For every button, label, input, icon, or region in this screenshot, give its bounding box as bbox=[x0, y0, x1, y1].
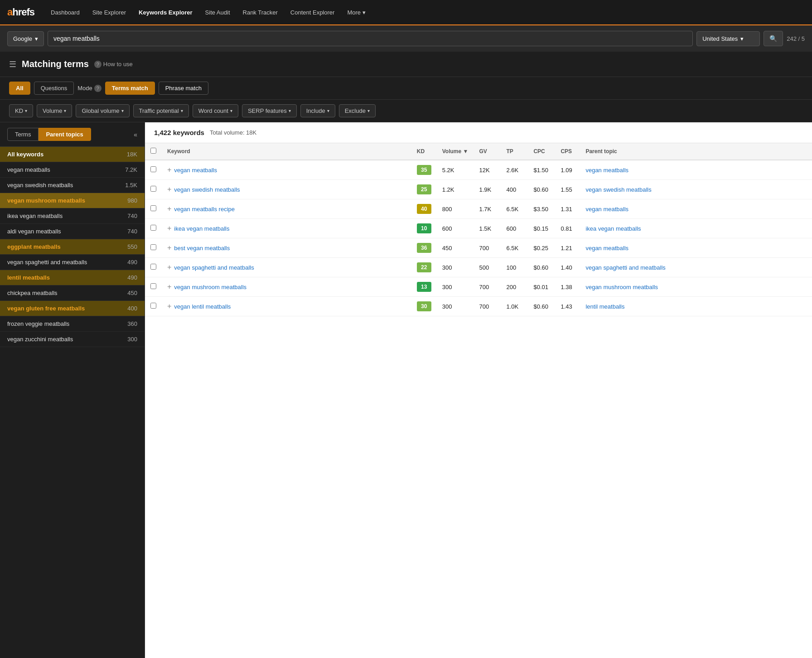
parent-topic-link[interactable]: vegan swedish meatballs bbox=[585, 186, 651, 193]
sidebar-item-eggplant-meatballs[interactable]: eggplant meatballs 550 bbox=[0, 239, 145, 255]
sidebar-item-vegan-spaghetti[interactable]: vegan spaghetti and meatballs 490 bbox=[0, 255, 145, 270]
filter-kd[interactable]: KD ▾ bbox=[9, 104, 33, 117]
how-to-use-link[interactable]: ? How to use bbox=[94, 61, 133, 68]
sidebar-item-frozen-veggie[interactable]: frozen veggie meatballs 360 bbox=[0, 316, 145, 332]
filter-exclude[interactable]: Exclude ▾ bbox=[339, 104, 376, 117]
col-header-gv[interactable]: GV bbox=[474, 143, 501, 160]
chevron-down-icon: ▾ bbox=[25, 108, 27, 113]
nav-dashboard[interactable]: Dashboard bbox=[45, 5, 85, 19]
parent-topic-link[interactable]: vegan meatballs bbox=[585, 167, 628, 174]
parent-topic-link[interactable]: vegan spaghetti and meatballs bbox=[585, 264, 665, 271]
add-keyword-button[interactable]: + bbox=[167, 283, 171, 291]
sidebar-item-count: 740 bbox=[127, 213, 137, 219]
logo[interactable]: ahrefs bbox=[7, 6, 34, 18]
add-keyword-button[interactable]: + bbox=[167, 263, 171, 271]
row-checkbox-7[interactable] bbox=[150, 303, 156, 309]
select-all-checkbox[interactable] bbox=[150, 148, 156, 154]
sidebar-item-lentil-meatballs[interactable]: lentil meatballs 490 bbox=[0, 270, 145, 285]
add-keyword-button[interactable]: + bbox=[167, 224, 171, 232]
col-header-volume[interactable]: Volume ▼ bbox=[437, 143, 474, 160]
col-header-tp[interactable]: TP bbox=[501, 143, 528, 160]
sidebar-item-vegan-zucchini[interactable]: vegan zucchini meatballs 300 bbox=[0, 332, 145, 347]
chevron-down-icon: ▾ bbox=[740, 35, 744, 42]
add-keyword-button[interactable]: + bbox=[167, 166, 171, 174]
parent-topic-link[interactable]: lentil meatballs bbox=[585, 303, 624, 310]
keyword-link[interactable]: vegan swedish meatballs bbox=[174, 186, 240, 193]
sidebar-item-aldi-vegan-meatballs[interactable]: aldi vegan meatballs 740 bbox=[0, 224, 145, 239]
add-keyword-button[interactable]: + bbox=[167, 302, 171, 310]
keywords-count: 1,422 keywords bbox=[154, 129, 204, 136]
country-select[interactable]: United States ▾ bbox=[696, 31, 760, 46]
row-parent-topic-cell: lentil meatballs bbox=[580, 297, 812, 316]
parent-topic-link[interactable]: vegan meatballs bbox=[585, 206, 628, 213]
parent-topic-link[interactable]: ikea vegan meatballs bbox=[585, 225, 641, 232]
sidebar-collapse-button[interactable]: « bbox=[134, 131, 137, 138]
row-checkbox-4[interactable] bbox=[150, 244, 156, 250]
add-keyword-button[interactable]: + bbox=[167, 205, 171, 213]
sidebar-item-label: vegan zucchini meatballs bbox=[7, 336, 73, 343]
search-input[interactable] bbox=[48, 31, 693, 46]
sidebar-item-vegan-gluten-free[interactable]: vegan gluten free meatballs 400 bbox=[0, 301, 145, 316]
row-checkbox-cell bbox=[145, 297, 162, 316]
filter-word-count[interactable]: Word count ▾ bbox=[193, 104, 238, 117]
row-checkbox-2[interactable] bbox=[150, 205, 156, 211]
chevron-down-icon: ▾ bbox=[327, 108, 329, 113]
row-checkbox-1[interactable] bbox=[150, 186, 156, 192]
filter-include[interactable]: Include ▾ bbox=[300, 104, 335, 117]
menu-icon[interactable]: ☰ bbox=[9, 59, 16, 69]
row-checkbox-0[interactable] bbox=[150, 166, 156, 172]
sidebar-item-ikea-vegan-meatballs[interactable]: ikea vegan meatballs 740 bbox=[0, 208, 145, 224]
tab-questions[interactable]: Questions bbox=[34, 82, 74, 95]
table-row: + vegan swedish meatballs 25 1.2K 1.9K 4… bbox=[145, 180, 812, 199]
filter-traffic-potential[interactable]: Traffic potential ▾ bbox=[133, 104, 189, 117]
keyword-link[interactable]: vegan meatballs bbox=[174, 167, 217, 174]
tab-terms-match[interactable]: Terms match bbox=[105, 82, 155, 95]
sidebar-item-label: vegan spaghetti and meatballs bbox=[7, 259, 87, 266]
tab-phrase-match[interactable]: Phrase match bbox=[159, 82, 208, 95]
sidebar-item-vegan-meatballs[interactable]: vegan meatballs 7.2K bbox=[0, 162, 145, 178]
keyword-link[interactable]: vegan spaghetti and meatballs bbox=[174, 264, 254, 271]
row-gv-cell: 1.7K bbox=[474, 199, 501, 219]
row-checkbox-3[interactable] bbox=[150, 225, 156, 231]
sidebar-item-vegan-swedish-meatballs[interactable]: vegan swedish meatballs 1.5K bbox=[0, 178, 145, 193]
sidebar-item-vegan-mushroom-meatballs[interactable]: vegan mushroom meatballs 980 bbox=[0, 193, 145, 208]
nav-site-audit[interactable]: Site Audit bbox=[200, 5, 236, 19]
row-volume-cell: 5.2K bbox=[437, 160, 474, 180]
parent-topic-link[interactable]: vegan meatballs bbox=[585, 245, 628, 252]
sidebar-item-label: chickpea meatballs bbox=[7, 290, 58, 296]
col-header-kd[interactable]: KD bbox=[411, 143, 437, 160]
sidebar-tab-parent-topics[interactable]: Parent topics bbox=[39, 128, 91, 141]
filter-serp-features[interactable]: SERP features ▾ bbox=[242, 104, 297, 117]
table-header-row: Keyword KD Volume ▼ GV TP CPC CPS Parent… bbox=[145, 143, 812, 160]
col-header-parent-topic[interactable]: Parent topic bbox=[580, 143, 812, 160]
add-keyword-button[interactable]: + bbox=[167, 185, 171, 194]
results-count: 242 / 5 bbox=[787, 35, 805, 42]
search-engine-select[interactable]: Google ▾ bbox=[7, 31, 44, 46]
sidebar-item-label: eggplant meatballs bbox=[7, 243, 61, 250]
keyword-link[interactable]: vegan lentil meatballs bbox=[174, 303, 231, 310]
nav-content-explorer[interactable]: Content Explorer bbox=[285, 5, 340, 19]
col-header-cps[interactable]: CPS bbox=[555, 143, 580, 160]
keyword-link[interactable]: ikea vegan meatballs bbox=[174, 225, 229, 232]
nav-more[interactable]: More ▾ bbox=[342, 5, 371, 19]
sidebar-item-chickpea-meatballs[interactable]: chickpea meatballs 450 bbox=[0, 285, 145, 301]
keyword-link[interactable]: best vegan meatballs bbox=[174, 245, 230, 252]
search-button[interactable]: 🔍 bbox=[764, 31, 783, 46]
row-checkbox-6[interactable] bbox=[150, 283, 156, 289]
keyword-link[interactable]: vegan mushroom meatballs bbox=[174, 284, 246, 290]
filter-global-volume[interactable]: Global volume ▾ bbox=[76, 104, 129, 117]
row-volume-cell: 300 bbox=[437, 297, 474, 316]
sidebar-item-all-keywords[interactable]: All keywords 18K bbox=[0, 147, 145, 162]
nav-links: Dashboard Site Explorer Keywords Explore… bbox=[45, 5, 371, 19]
col-header-cpc[interactable]: CPC bbox=[528, 143, 555, 160]
keyword-link[interactable]: vegan meatballs recipe bbox=[174, 206, 235, 213]
tab-all[interactable]: All bbox=[9, 82, 30, 95]
add-keyword-button[interactable]: + bbox=[167, 244, 171, 252]
parent-topic-link[interactable]: vegan mushroom meatballs bbox=[585, 284, 658, 290]
row-checkbox-5[interactable] bbox=[150, 264, 156, 270]
nav-rank-tracker[interactable]: Rank Tracker bbox=[237, 5, 283, 19]
nav-keywords-explorer[interactable]: Keywords Explorer bbox=[133, 5, 198, 19]
filter-volume[interactable]: Volume ▾ bbox=[37, 104, 72, 117]
nav-site-explorer[interactable]: Site Explorer bbox=[87, 5, 131, 19]
sidebar-tab-terms[interactable]: Terms bbox=[7, 128, 39, 141]
